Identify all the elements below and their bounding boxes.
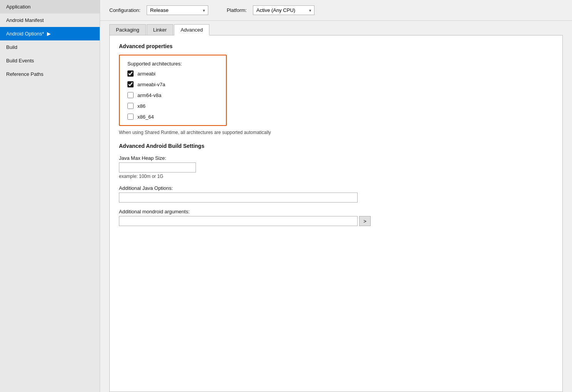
- arch-item-armeabi-v7a: armeabi-v7a: [127, 81, 218, 87]
- arch-checkbox-x86_64[interactable]: [127, 114, 134, 120]
- java-options-input[interactable]: [119, 193, 358, 203]
- java-options-label: Additional Java Options:: [119, 185, 553, 191]
- main-layout: Application Android Manifest Android Opt…: [0, 0, 572, 392]
- content-area: Configuration: Release Active (Debug) De…: [100, 0, 572, 392]
- mondroid-label: Additional mondroid arguments:: [119, 209, 553, 214]
- java-heap-label: Java Max Heap Size:: [119, 155, 553, 161]
- sidebar-item-build[interactable]: Build: [0, 40, 100, 54]
- architectures-label: Supported architectures:: [127, 61, 218, 67]
- java-heap-group: Java Max Heap Size: example: 100m or 1G: [119, 155, 553, 179]
- arch-item-x86_64: x86_64: [127, 114, 218, 120]
- arch-checkbox-armeabi[interactable]: [127, 70, 134, 77]
- config-bar: Configuration: Release Active (Debug) De…: [100, 0, 572, 21]
- section2-title: Advanced Android Build Settings: [119, 143, 553, 149]
- arch-item-x86: x86: [127, 103, 218, 109]
- arch-hint: When using Shared Runtime, all architect…: [119, 130, 553, 135]
- arch-label-x86[interactable]: x86: [137, 103, 146, 109]
- tabs-row: Packaging Linker Advanced: [109, 24, 563, 35]
- arch-label-armeabi-v7a[interactable]: armeabi-v7a: [137, 82, 165, 87]
- platform-select-wrapper: Active (Any CPU) Any CPU x86 x64: [253, 5, 314, 15]
- platform-label: Platform:: [227, 7, 247, 13]
- arch-label-arm64-v8a[interactable]: arm64-v8a: [137, 92, 161, 98]
- arch-item-armeabi: armeabi: [127, 70, 218, 77]
- java-heap-hint: example: 100m or 1G: [119, 174, 553, 179]
- sidebar-arrow-icon: ▶: [47, 31, 51, 37]
- mondroid-input-row: >: [119, 216, 553, 226]
- configuration-label: Configuration:: [109, 7, 140, 13]
- mondroid-button[interactable]: >: [359, 216, 371, 226]
- section1-title: Advanced properties: [119, 43, 553, 49]
- sidebar-item-application[interactable]: Application: [0, 0, 100, 13]
- tab-advanced[interactable]: Advanced: [174, 24, 209, 35]
- sidebar-item-android-manifest[interactable]: Android Manifest: [0, 13, 100, 27]
- mondroid-group: Additional mondroid arguments: >: [119, 209, 553, 226]
- configuration-select[interactable]: Release Active (Debug) Debug All Configu…: [147, 5, 208, 15]
- platform-select[interactable]: Active (Any CPU) Any CPU x86 x64: [253, 5, 314, 15]
- java-heap-input[interactable]: [119, 162, 196, 173]
- configuration-select-wrapper: Release Active (Debug) Debug All Configu…: [147, 5, 208, 15]
- mondroid-input[interactable]: [119, 216, 358, 226]
- architectures-box: Supported architectures: armeabi armeabi…: [119, 55, 227, 126]
- tab-linker[interactable]: Linker: [147, 24, 173, 35]
- tabs-area: Packaging Linker Advanced: [100, 24, 572, 35]
- tab-packaging[interactable]: Packaging: [109, 24, 146, 35]
- arch-label-x86_64[interactable]: x86_64: [137, 114, 154, 120]
- sidebar: Application Android Manifest Android Opt…: [0, 0, 100, 392]
- sidebar-item-reference-paths[interactable]: Reference Paths: [0, 67, 100, 81]
- arch-item-arm64-v8a: arm64-v8a: [127, 92, 218, 98]
- arch-checkbox-x86[interactable]: [127, 103, 134, 109]
- panel-advanced: Advanced properties Supported architectu…: [109, 35, 563, 392]
- java-options-group: Additional Java Options:: [119, 185, 553, 203]
- arch-checkbox-armeabi-v7a[interactable]: [127, 81, 134, 87]
- sidebar-item-build-events[interactable]: Build Events: [0, 54, 100, 67]
- sidebar-item-android-options[interactable]: Android Options* ▶: [0, 27, 100, 40]
- arch-label-armeabi[interactable]: armeabi: [137, 71, 156, 77]
- arch-checkbox-arm64-v8a[interactable]: [127, 92, 134, 98]
